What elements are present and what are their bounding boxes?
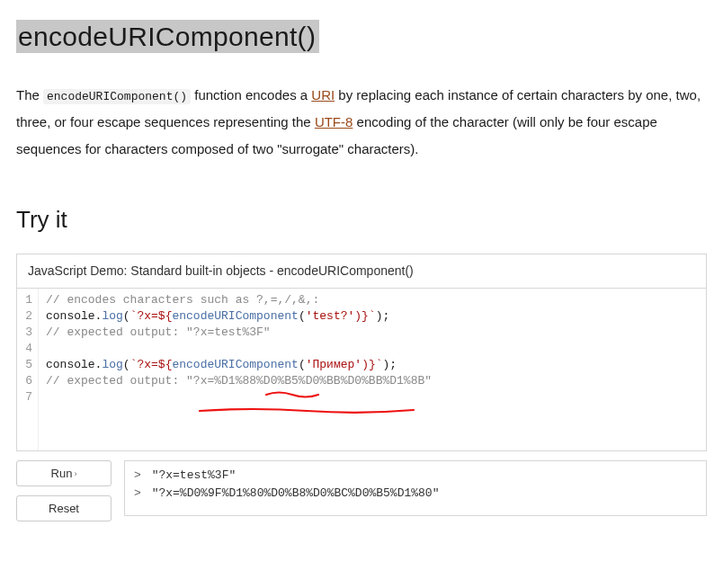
description-paragraph: The encodeURIComponent() function encode… [16, 82, 707, 163]
demo-container: JavaScript Demo: Standard built-in objec… [16, 254, 707, 451]
utf8-link[interactable]: UTF-8 [315, 114, 353, 129]
page-title: encodeURIComponent() [16, 16, 707, 57]
demo-title: JavaScript Demo: Standard built-in objec… [17, 254, 706, 289]
code-editor[interactable]: 1 2 3 4 5 6 7 // encodes characters such… [17, 289, 706, 450]
run-button[interactable]: Run› [16, 460, 112, 486]
inline-code: encodeURIComponent() [43, 89, 191, 104]
reset-button[interactable]: Reset [16, 495, 112, 521]
tryit-heading: Try it [16, 202, 707, 237]
chevron-right-icon: › [74, 469, 76, 478]
uri-link[interactable]: URI [311, 87, 335, 102]
code-content[interactable]: // encodes characters such as ?,=,/,&,: … [39, 289, 706, 450]
output-console: > "?x=test%3F" > "?x=%D0%9F%D1%80%D0%B8%… [124, 460, 707, 516]
output-line: > "?x=%D0%9F%D1%80%D0%B8%D0%BC%D0%B5%D1%… [134, 485, 697, 503]
output-line: > "?x=test%3F" [134, 467, 697, 485]
line-gutter: 1 2 3 4 5 6 7 [17, 289, 39, 450]
